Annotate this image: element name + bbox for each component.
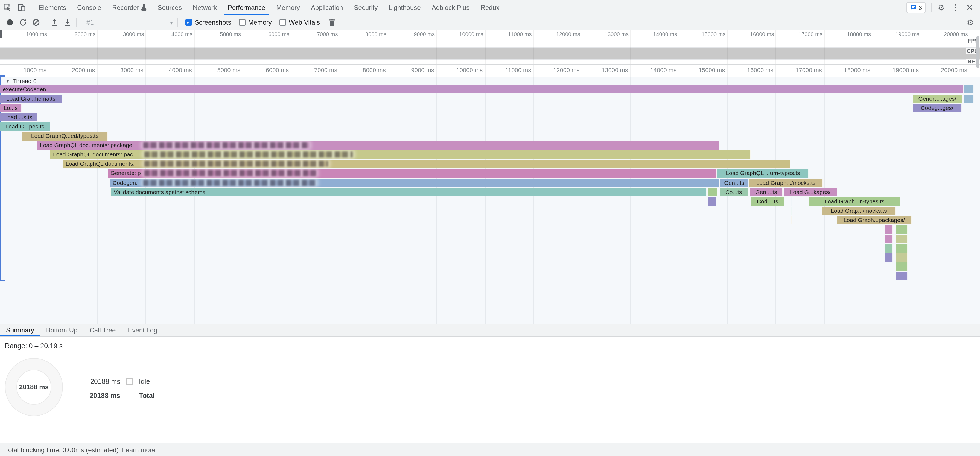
flame-bar[interactable]	[708, 188, 718, 196]
flame-bar-generate-p[interactable]: Generate: p	[108, 169, 717, 178]
ruler-tick-label: 17000 ms	[795, 67, 824, 73]
flame-bar-load-gra-hema-ts[interactable]: Load Gra...hema.ts	[0, 94, 62, 103]
flame-bar[interactable]	[896, 244, 908, 252]
checkbox-screenshots[interactable]: ✓Screenshots	[185, 19, 231, 26]
tab-adblock-plus[interactable]: Adblock Plus	[426, 0, 475, 15]
flame-bar-load-graphql-documents-package[interactable]: Load GraphQL documents: package	[37, 141, 719, 149]
learn-more-link[interactable]: Learn more	[122, 446, 156, 454]
flame-bar-co-ts[interactable]: Co...ts	[720, 188, 748, 196]
flame-bar[interactable]	[885, 244, 893, 252]
flame-bar[interactable]	[791, 207, 792, 215]
save-profile-icon[interactable]	[61, 16, 74, 29]
flame-bar[interactable]	[964, 85, 974, 94]
thread-track-header[interactable]: ▼ Thread 0	[5, 78, 37, 84]
tab-network[interactable]: Network	[187, 0, 222, 15]
flame-bar-codeg-ges[interactable]: Codeg...ges/	[913, 103, 962, 112]
tab-elements[interactable]: Elements	[33, 0, 72, 15]
flame-bar[interactable]	[896, 263, 908, 271]
vertical-scrollbar-thumb[interactable]	[976, 36, 980, 68]
tab-console[interactable]: Console	[72, 0, 107, 15]
flame-bar-load-g-kages[interactable]: Load G...kages/	[784, 188, 837, 196]
tab-performance[interactable]: Performance	[222, 0, 271, 15]
tab-redux[interactable]: Redux	[475, 0, 505, 15]
flame-bar[interactable]	[708, 197, 716, 206]
checkbox-label: Memory	[248, 19, 272, 26]
flame-bar[interactable]	[885, 235, 893, 243]
clear-icon[interactable]	[30, 16, 43, 29]
reload-record-icon[interactable]	[16, 16, 30, 29]
flame-bar-load-graphql-urn-types-ts[interactable]: Load GraphQL ...urn-types.ts	[718, 169, 809, 178]
flame-bar-cod-ts[interactable]: Cod....ts	[751, 197, 784, 206]
kebab-menu-icon[interactable]	[948, 0, 963, 14]
history-select[interactable]: #1 ▾	[83, 17, 175, 28]
flame-bar-load-grap-mocks-ts[interactable]: Load Grap.../mocks.ts	[822, 207, 896, 215]
ruler-tick-label: 14000 ms	[650, 67, 679, 73]
tab-application[interactable]: Application	[305, 0, 348, 15]
tab-security[interactable]: Security	[348, 0, 383, 15]
details-tab-summary[interactable]: Summary	[0, 324, 40, 336]
flame-bar[interactable]	[791, 197, 792, 206]
inspect-element-icon[interactable]	[0, 0, 14, 14]
record-icon[interactable]	[3, 16, 16, 29]
tab-memory[interactable]: Memory	[271, 0, 305, 15]
unchecked-checkbox-icon[interactable]	[239, 19, 245, 26]
unchecked-checkbox-icon[interactable]	[280, 19, 286, 26]
checkbox-memory[interactable]: Memory	[239, 19, 272, 26]
tab-lighthouse[interactable]: Lighthouse	[383, 0, 426, 15]
checked-checkbox-icon[interactable]: ✓	[185, 19, 192, 26]
flame-bar-load-graphql-documents[interactable]: Load GraphQL documents:	[63, 160, 790, 168]
flame-bar[interactable]	[896, 225, 908, 234]
tab-sources[interactable]: Sources	[152, 0, 187, 15]
flame-bar-genera-ages[interactable]: Genera...ages/	[913, 94, 963, 103]
divider	[45, 18, 45, 27]
divider	[931, 3, 932, 12]
overview-tick-label: 14000 ms	[653, 31, 679, 37]
flame-bar-label: executeCodegen	[0, 85, 963, 94]
idle-swatch	[126, 378, 133, 385]
flame-bar[interactable]	[964, 94, 974, 103]
flame-bar-executecodegen[interactable]: executeCodegen	[0, 85, 964, 94]
flame-bar-gen-ts[interactable]: Gen...ts	[720, 178, 749, 187]
flame-bar-load-s-ts[interactable]: Load ...s.ts	[0, 113, 37, 122]
flame-bar-lo-s[interactable]: Lo...s	[0, 103, 22, 112]
overview-gridline	[291, 30, 291, 64]
details-tab-bottom-up[interactable]: Bottom-Up	[40, 324, 84, 336]
overview-window-handle[interactable]	[0, 30, 2, 38]
flame-bar[interactable]	[896, 253, 908, 262]
flame-bar-gen-ts[interactable]: Gen....ts	[750, 188, 783, 196]
details-tab-call-tree[interactable]: Call Tree	[83, 324, 122, 336]
flame-bar-load-graphql-documents-pac[interactable]: Load GraphQL documents: pac	[50, 150, 751, 159]
flame-bar-load-graph-mocks-ts[interactable]: Load Graph.../mocks.ts	[749, 178, 823, 187]
timeline-overview[interactable]: 1000 ms2000 ms3000 ms4000 ms5000 ms6000 …	[0, 30, 980, 65]
flame-bar[interactable]	[896, 235, 908, 243]
flame-bar-validate-documents-against-schema[interactable]: Validate documents against schema	[111, 188, 706, 196]
load-profile-icon[interactable]	[48, 16, 61, 29]
trash-icon[interactable]	[325, 16, 339, 29]
flame-bar[interactable]	[885, 253, 893, 262]
flame-bar-load-g-pes-ts[interactable]: Load G...pes.ts	[0, 122, 50, 131]
overview-gridline	[727, 30, 728, 64]
tab-label: Elements	[39, 3, 66, 11]
flame-bar-load-graphq-ed-types-ts[interactable]: Load GraphQ...ed/types.ts	[22, 132, 108, 140]
tab-label: Recorder	[112, 3, 139, 11]
capture-settings-gear-icon[interactable]: ⚙	[964, 16, 977, 29]
settings-gear-icon[interactable]: ⚙	[934, 0, 948, 14]
tab-recorder[interactable]: Recorder	[107, 0, 152, 15]
flame-bar[interactable]	[896, 272, 908, 281]
checkbox-label: Screenshots	[195, 19, 231, 26]
checkbox-web-vitals[interactable]: Web Vitals	[280, 19, 320, 26]
overview-tick-label: 8000 ms	[365, 31, 388, 37]
issues-button[interactable]: 3	[906, 2, 926, 13]
flame-bar-label: Validate documents against schema	[111, 188, 706, 196]
flame-bar-load-graph-packages[interactable]: Load Graph...packages/	[837, 216, 912, 224]
flame-chart[interactable]: ▼ Thread 0 1000 ms2000 ms3000 ms4000 ms5…	[0, 65, 980, 324]
device-toolbar-icon[interactable]	[14, 0, 29, 14]
flame-bar[interactable]	[791, 216, 792, 224]
flame-gridline	[873, 65, 873, 324]
flame-bar-load-graph-n-types-ts[interactable]: Load Graph...n-types.ts	[810, 197, 900, 206]
details-tab-event-log[interactable]: Event Log	[122, 324, 163, 336]
close-devtools-icon[interactable]: ✕	[963, 0, 977, 14]
flame-bar-codegen[interactable]: Codegen:	[110, 178, 719, 187]
issues-count: 3	[919, 4, 922, 11]
flame-bar[interactable]	[885, 225, 893, 234]
